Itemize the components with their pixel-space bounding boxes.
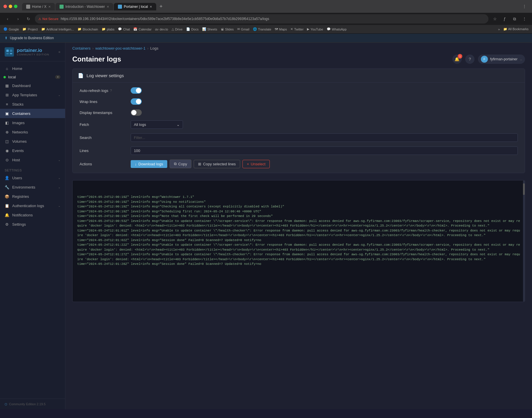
tab-watchtower-close[interactable]: ✕	[107, 5, 109, 9]
sidebar-item-dashboard[interactable]: ▦ Dashboard	[0, 81, 65, 90]
bookmark-chat[interactable]: 💬Chat	[118, 27, 130, 31]
wrap-lines-label: Wrap lines	[80, 99, 126, 104]
bookmark-translate[interactable]: 🌐Translate	[253, 27, 271, 31]
bookmark-project[interactable]: 📁Project	[22, 27, 37, 31]
sidebar-item-notifications[interactable]: 🔔 Notifications	[0, 210, 65, 220]
bookmark-slides[interactable]: 📽Slides	[221, 28, 234, 31]
svg-rect-4	[10, 53, 12, 54]
bookmark-whatsapp[interactable]: 💬WhatsApp	[327, 27, 347, 31]
sidebar-item-images[interactable]: ◧ Images	[0, 118, 65, 127]
bookmarks-more-btn[interactable]: »	[498, 28, 500, 31]
breadcrumb-watchtower[interactable]: watchtower-poc-watchtower-1	[95, 46, 145, 50]
sidebar-item-events[interactable]: ◉ Events	[0, 146, 65, 155]
bookmark-docs[interactable]: 📄Docs	[186, 27, 199, 31]
display-timestamps-row: Display timestamps	[80, 109, 518, 116]
tab-home[interactable]: Home / X ✕	[22, 3, 55, 10]
sidebar-item-environments[interactable]: 🔧 Environments ⌄	[0, 182, 65, 192]
auto-refresh-toggle-knob	[136, 88, 141, 93]
copy-selected-lines-btn[interactable]: ⊞ Copy selected lines	[194, 160, 240, 168]
search-input[interactable]	[131, 133, 518, 142]
address-bar[interactable]: ⚠ Not Secure https://159.89.196.190:9443…	[35, 14, 488, 23]
sidebar-item-containers[interactable]: ▣ Containers	[0, 109, 65, 118]
copy-btn[interactable]: ⧉ Copy	[170, 160, 191, 168]
bookmark-youtube[interactable]: ▶YouTube	[307, 27, 323, 31]
tab-portainer[interactable]: Portainer | local ✕	[114, 3, 156, 10]
sidebar-auth-logs-label: Authentication logs	[12, 204, 55, 208]
profile-icon[interactable]: ƒ	[501, 15, 509, 23]
help-btn[interactable]: ?	[465, 55, 475, 64]
all-bookmarks-btn[interactable]: 📁 All Bookmarks	[503, 27, 529, 31]
endpoint-close-badge[interactable]: ×	[55, 75, 60, 79]
sidebar-logo-edition: COMMUNITY EDITION	[17, 53, 49, 56]
sidebar-item-networks[interactable]: ⊕ Networks	[0, 127, 65, 137]
unselect-btn[interactable]: × Unselect	[242, 160, 270, 168]
bookmark-twitter[interactable]: ✕Twitter	[290, 27, 303, 31]
bookmark-star-icon[interactable]: ☆	[491, 15, 499, 23]
log-viewer[interactable]: time="2024-05-24T12:00:19Z" level=info m…	[72, 180, 525, 302]
sidebar-item-volumes[interactable]: ◫ Volumes	[0, 137, 65, 146]
bookmark-gmail[interactable]: ✉Gmail	[237, 27, 249, 31]
sidebar-item-auth-logs[interactable]: 📋 Authentication logs ⌄	[0, 201, 65, 210]
browser-menu-btn[interactable]: ⋮	[520, 2, 529, 10]
notifications-icon: 🔔	[5, 213, 9, 217]
bookmark-maps[interactable]: 🗺Maps	[275, 28, 287, 31]
sidebar-stacks-label: Stacks	[12, 102, 60, 106]
nav-refresh-btn[interactable]: ↻	[24, 15, 33, 23]
bookmark-sheets[interactable]: 📊Sheets	[202, 27, 217, 31]
fetch-select[interactable]: All logs ⌄	[131, 120, 183, 129]
sidebar-item-settings[interactable]: ⚙ Settings	[0, 220, 65, 229]
tab-portainer-close[interactable]: ✕	[150, 5, 152, 9]
lines-input[interactable]: 100	[131, 146, 518, 155]
sidebar-item-users[interactable]: 👤 Users ⌄	[0, 173, 65, 182]
user-menu-arrow-icon: ⌄	[520, 58, 522, 61]
volumes-icon: ◫	[5, 139, 9, 144]
maximize-window-btn[interactable]	[14, 5, 17, 8]
lines-label: Lines	[80, 149, 126, 153]
sidebar-nav: Home local × ▦ Dashboard ⊞ App Templates	[0, 61, 65, 399]
bookmark-drive[interactable]: △Drive	[172, 27, 183, 31]
bookmark-ai[interactable]: 📁Artificial Intelligen...	[41, 27, 74, 31]
sidebar-item-app-templates[interactable]: ⊞ App Templates	[0, 90, 65, 99]
auto-refresh-toggle[interactable]	[131, 87, 142, 94]
user-menu[interactable]: F fyfirman-portainer ⌄	[478, 55, 525, 64]
extension-icon[interactable]: ⧉	[511, 15, 519, 23]
sidebar-item-host[interactable]: ⊙ Host ⌄	[0, 155, 65, 164]
panel-title: Log viewer settings	[87, 73, 124, 78]
download-logs-btn[interactable]: ↓ Download logs	[131, 160, 167, 168]
actions-row: Actions ↓ Download logs ⧉ Copy	[80, 160, 518, 168]
copy-selected-icon: ⊞	[198, 162, 201, 166]
tab-watchtower[interactable]: Introduction - Watchtower ✕	[55, 3, 113, 10]
tab-home-close[interactable]: ✕	[48, 5, 51, 9]
sidebar-host-label: Host	[12, 158, 55, 162]
close-window-btn[interactable]	[3, 5, 7, 8]
bookmark-blockchain[interactable]: 📁Blockchain	[78, 27, 98, 31]
sidebar-item-home[interactable]: Home	[0, 64, 65, 73]
upgrade-icon: ⬆	[5, 36, 8, 40]
url-display[interactable]: https://159.89.196.190:9443/#!/2/docker/…	[61, 17, 485, 21]
bookmark-calendar[interactable]: 📅Calendar	[133, 27, 152, 31]
bookmark-devto[interactable]: ανdev.to	[155, 28, 168, 31]
nav-back-btn[interactable]: ‹	[3, 15, 12, 23]
bookmark-plabs[interactable]: 📁plabs	[102, 27, 114, 31]
lock-icon: ⚠	[38, 17, 41, 21]
bookmark-google[interactable]: 🔵Google	[3, 27, 19, 31]
nav-forward-btn[interactable]: ›	[14, 15, 22, 23]
sidebar-item-registries[interactable]: 📦 Registries	[0, 192, 65, 201]
sidebar-item-stacks[interactable]: ≡ Stacks	[0, 99, 65, 109]
breadcrumb-containers[interactable]: Containers	[72, 46, 91, 50]
browser-more-btn[interactable]: ⋮	[520, 15, 529, 23]
notification-badge: 1	[458, 54, 462, 59]
log-scrollbar[interactable]	[523, 180, 525, 302]
home-icon	[5, 66, 9, 71]
wrap-lines-toggle[interactable]	[131, 98, 142, 105]
notifications-bell-btn[interactable]: 🔔 1	[452, 55, 462, 64]
auto-refresh-help-icon[interactable]: ?	[110, 89, 112, 92]
wrap-lines-row: Wrap lines	[80, 98, 518, 105]
auto-refresh-label: Auto-refresh logs ?	[80, 88, 126, 93]
minimize-window-btn[interactable]	[9, 5, 12, 8]
registries-icon: 📦	[5, 194, 9, 199]
upgrade-banner[interactable]: ⬆ Upgrade to Business Edition	[0, 34, 532, 43]
sidebar-collapse-btn[interactable]: «	[58, 50, 60, 54]
display-timestamps-toggle[interactable]	[131, 109, 142, 116]
add-tab-button[interactable]: +	[157, 2, 165, 10]
